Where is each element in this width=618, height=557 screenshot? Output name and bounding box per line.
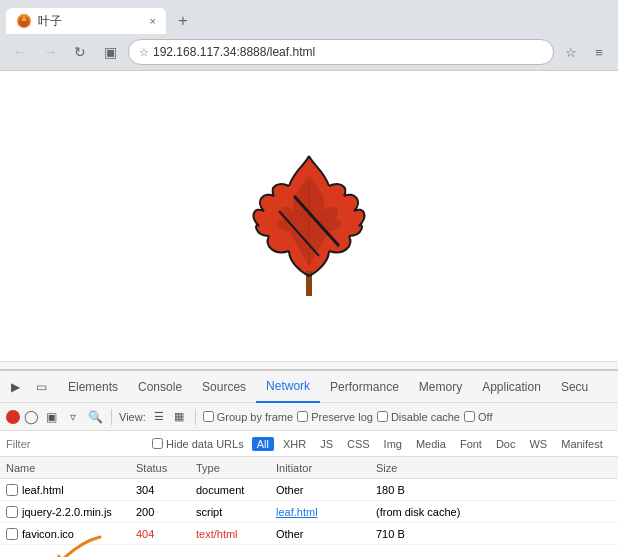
url-text: 192.168.117.34:8888/leaf.html — [153, 45, 543, 59]
header-size[interactable]: Size — [370, 462, 618, 474]
filter-bar: Hide data URLs All XHR JS CSS Img Media … — [0, 431, 618, 457]
forward-button[interactable]: → — [38, 40, 62, 64]
tab-console[interactable]: Console — [128, 371, 192, 403]
row-initiator-jquery[interactable]: leaf.html — [270, 506, 370, 518]
tab-security[interactable]: Secu — [551, 371, 598, 403]
grid-view-button[interactable]: ▦ — [170, 409, 188, 424]
filter-css[interactable]: CSS — [342, 437, 375, 451]
filter-xhr[interactable]: XHR — [278, 437, 311, 451]
filter-js[interactable]: JS — [315, 437, 338, 451]
header-status[interactable]: Status — [130, 462, 190, 474]
leaf-image — [0, 71, 618, 361]
row-checkbox[interactable] — [6, 528, 18, 540]
offline-checkbox[interactable]: Off — [464, 411, 492, 423]
filter-manifest[interactable]: Manifest — [556, 437, 608, 451]
filter-img[interactable]: Img — [379, 437, 407, 451]
tab-bar: 叶子 × + — [0, 0, 618, 34]
tab-title: 叶子 — [38, 13, 144, 30]
page-content — [0, 71, 618, 361]
row-status-favicon: 404 — [130, 528, 190, 540]
new-tab-button[interactable]: + — [170, 8, 196, 34]
network-toolbar: ◯ ▣ ▿ 🔍 View: ☰ ▦ Group by frame Preserv… — [0, 403, 618, 431]
tab-application[interactable]: Application — [472, 371, 551, 403]
tab-elements[interactable]: Elements — [58, 371, 128, 403]
group-by-frame-checkbox[interactable]: Group by frame — [203, 411, 293, 423]
list-view-button[interactable]: ☰ — [150, 409, 168, 424]
separator-1 — [111, 409, 112, 425]
tab-memory[interactable]: Memory — [409, 371, 472, 403]
tab-close-button[interactable]: × — [150, 15, 156, 27]
lock-icon: ☆ — [139, 46, 149, 59]
header-name[interactable]: Name — [0, 462, 130, 474]
tab-favicon — [16, 13, 32, 29]
row-type-leaf: document — [190, 484, 270, 496]
header-initiator[interactable]: Initiator — [270, 462, 370, 474]
record-button[interactable] — [6, 410, 20, 424]
row-size-favicon: 710 B — [370, 528, 618, 540]
filter-doc[interactable]: Doc — [491, 437, 521, 451]
filter-media[interactable]: Media — [411, 437, 451, 451]
tab-network[interactable]: Network — [256, 371, 320, 403]
device-toolbar-icon[interactable]: ▭ — [30, 376, 52, 398]
view-buttons: ☰ ▦ — [150, 409, 188, 424]
row-size-leaf: 180 B — [370, 484, 618, 496]
network-table-body: leaf.html 304 document Other 180 B jquer… — [0, 479, 618, 557]
menu-icon[interactable]: ≡ — [588, 41, 610, 63]
address-bar: ← → ↻ ▣ ☆ 192.168.117.34:8888/leaf.html … — [0, 34, 618, 70]
table-row[interactable]: leaf.html 304 document Other 180 B — [0, 479, 618, 501]
row-checkbox[interactable] — [6, 506, 18, 518]
bookmark-icon[interactable]: ☆ — [560, 41, 582, 63]
filter-types: All XHR JS CSS Img Media Font Doc WS Man… — [252, 437, 608, 451]
active-tab[interactable]: 叶子 × — [6, 8, 166, 34]
filter-input[interactable] — [6, 438, 144, 450]
view-label: View: — [119, 411, 146, 423]
home-button[interactable]: ▣ — [98, 40, 122, 64]
tab-performance[interactable]: Performance — [320, 371, 409, 403]
table-row[interactable]: favicon.ico 404 text/html Other 710 B — [0, 523, 618, 545]
row-initiator-favicon: Other — [270, 528, 370, 540]
row-checkbox[interactable] — [6, 484, 18, 496]
tab-sources[interactable]: Sources — [192, 371, 256, 403]
header-type[interactable]: Type — [190, 462, 270, 474]
hide-data-urls-checkbox[interactable]: Hide data URLs — [152, 438, 244, 450]
separator-2 — [195, 409, 196, 425]
table-row[interactable]: jquery-2.2.0.min.js 200 script leaf.html… — [0, 501, 618, 523]
camera-icon[interactable]: ▣ — [42, 408, 60, 426]
devtools-panel: ▶ ▭ Elements Console Sources Network Per… — [0, 369, 618, 557]
search-icon[interactable]: 🔍 — [86, 408, 104, 426]
disable-cache-checkbox[interactable]: Disable cache — [377, 411, 460, 423]
horizontal-scrollbar[interactable] — [0, 361, 618, 369]
row-initiator-leaf: Other — [270, 484, 370, 496]
row-status-jquery: 200 — [130, 506, 190, 518]
row-name-leaf: leaf.html — [0, 484, 130, 496]
clear-button[interactable]: ◯ — [24, 410, 38, 424]
row-type-jquery: script — [190, 506, 270, 518]
filter-icon[interactable]: ▿ — [64, 408, 82, 426]
row-name-jquery: jquery-2.2.0.min.js — [0, 506, 130, 518]
filter-ws[interactable]: WS — [524, 437, 552, 451]
url-bar[interactable]: ☆ 192.168.117.34:8888/leaf.html — [128, 39, 554, 65]
reload-button[interactable]: ↻ — [68, 40, 92, 64]
preserve-log-checkbox[interactable]: Preserve log — [297, 411, 373, 423]
inspect-element-icon[interactable]: ▶ — [4, 376, 26, 398]
back-button[interactable]: ← — [8, 40, 32, 64]
filter-all[interactable]: All — [252, 437, 274, 451]
filter-font[interactable]: Font — [455, 437, 487, 451]
row-type-favicon: text/html — [190, 528, 270, 540]
row-status-leaf: 304 — [130, 484, 190, 496]
arrow-annotation — [50, 532, 110, 557]
row-size-jquery: (from disk cache) — [370, 506, 618, 518]
table-header: Name Status Type Initiator Size — [0, 457, 618, 479]
devtools-tab-bar: ▶ ▭ Elements Console Sources Network Per… — [0, 371, 618, 403]
